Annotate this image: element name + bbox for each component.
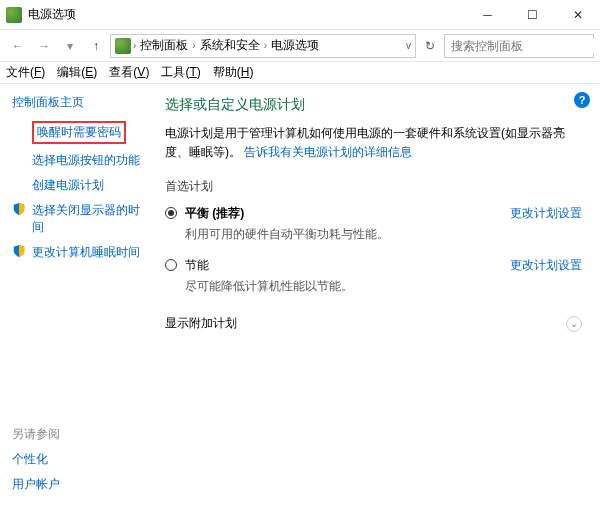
navbar: ← → ▾ ↑ › 控制面板 › 系统和安全 › 电源选项 v ↻ 🔍	[0, 30, 600, 62]
search-input[interactable]	[451, 39, 600, 53]
shield-icon	[12, 152, 26, 166]
back-button[interactable]: ←	[6, 34, 30, 58]
chevron-down-icon[interactable]: ⌄	[566, 316, 582, 332]
plans-container: 平衡 (推荐)利用可用的硬件自动平衡功耗与性能。更改计划设置节能尽可能降低计算机…	[165, 205, 582, 295]
sidebar-item-2[interactable]: 创建电源计划	[12, 177, 143, 194]
tell-me-more-link[interactable]: 告诉我有关电源计划的详细信息	[244, 145, 412, 159]
chevron-right-icon: ›	[133, 40, 136, 51]
sidebar: 控制面板主页 唤醒时需要密码选择电源按钮的功能创建电源计划选择关闭显示器的时间更…	[0, 84, 155, 511]
footer-link-1[interactable]: 用户帐户	[12, 476, 143, 493]
plan-name: 节能	[185, 257, 502, 274]
additional-plans-row[interactable]: 显示附加计划 ⌄	[165, 309, 582, 338]
sidebar-item-3[interactable]: 选择关闭显示器的时间	[12, 202, 143, 236]
chevron-right-icon: ›	[192, 40, 195, 51]
sidebar-link[interactable]: 更改计算机睡眠时间	[32, 244, 140, 261]
breadcrumb-icon	[115, 38, 131, 54]
change-plan-link[interactable]: 更改计划设置	[510, 257, 582, 274]
forward-button: →	[32, 34, 56, 58]
window-title: 电源选项	[28, 6, 465, 23]
page-description: 电源计划是用于管理计算机如何使用电源的一套硬件和系统设置(如显示器亮度、睡眠等)…	[165, 124, 582, 162]
recent-dropdown[interactable]: ▾	[58, 34, 82, 58]
sidebar-home[interactable]: 控制面板主页	[12, 94, 143, 111]
refresh-button[interactable]: ↻	[418, 34, 442, 58]
plan-desc: 利用可用的硬件自动平衡功耗与性能。	[185, 226, 502, 243]
plan-name: 平衡 (推荐)	[185, 205, 502, 222]
sidebar-link[interactable]: 选择关闭显示器的时间	[32, 202, 143, 236]
close-button[interactable]: ✕	[555, 0, 600, 30]
sidebar-link[interactable]: 选择电源按钮的功能	[32, 152, 140, 169]
titlebar: 电源选项 ─ ☐ ✕	[0, 0, 600, 30]
see-also-label: 另请参阅	[12, 426, 143, 443]
sidebar-item-4[interactable]: 更改计算机睡眠时间	[12, 244, 143, 261]
shield-icon	[12, 121, 26, 135]
sidebar-footer: 另请参阅 个性化用户帐户	[12, 426, 143, 501]
footer-links: 个性化用户帐户	[12, 451, 143, 493]
preferred-plans-label: 首选计划	[165, 178, 582, 195]
sidebar-link[interactable]: 创建电源计划	[32, 177, 104, 194]
plan-radio[interactable]	[165, 207, 177, 219]
sidebar-link[interactable]: 唤醒时需要密码	[37, 125, 121, 139]
sidebar-item-1[interactable]: 选择电源按钮的功能	[12, 152, 143, 169]
plan-radio[interactable]	[165, 259, 177, 271]
plan-row-1: 节能尽可能降低计算机性能以节能。更改计划设置	[165, 257, 582, 295]
breadcrumb-item-2[interactable]: 电源选项	[269, 37, 321, 54]
sidebar-list: 唤醒时需要密码选择电源按钮的功能创建电源计划选择关闭显示器的时间更改计算机睡眠时…	[12, 121, 143, 269]
app-icon	[6, 7, 22, 23]
breadcrumb-item-0[interactable]: 控制面板	[138, 37, 190, 54]
shield-icon	[12, 202, 26, 216]
breadcrumb-dropdown-icon[interactable]: v	[406, 40, 411, 51]
footer-link-0[interactable]: 个性化	[12, 451, 143, 468]
plan-row-0: 平衡 (推荐)利用可用的硬件自动平衡功耗与性能。更改计划设置	[165, 205, 582, 243]
menu-t[interactable]: 工具(T)	[161, 64, 200, 81]
main-content: ? 选择或自定义电源计划 电源计划是用于管理计算机如何使用电源的一套硬件和系统设…	[155, 84, 600, 511]
menu-f[interactable]: 文件(F)	[6, 64, 45, 81]
chevron-right-icon: ›	[264, 40, 267, 51]
menu-e[interactable]: 编辑(E)	[57, 64, 97, 81]
search-box[interactable]: 🔍	[444, 34, 594, 58]
menu-v[interactable]: 查看(V)	[109, 64, 149, 81]
menubar: 文件(F)编辑(E)查看(V)工具(T)帮助(H)	[0, 62, 600, 84]
additional-plans-label: 显示附加计划	[165, 315, 237, 332]
page-heading: 选择或自定义电源计划	[165, 96, 582, 114]
menu-h[interactable]: 帮助(H)	[213, 64, 254, 81]
sidebar-item-0[interactable]: 唤醒时需要密码	[12, 121, 143, 144]
breadcrumb[interactable]: › 控制面板 › 系统和安全 › 电源选项 v	[110, 34, 416, 58]
shield-icon	[12, 244, 26, 258]
breadcrumb-item-1[interactable]: 系统和安全	[198, 37, 262, 54]
maximize-button[interactable]: ☐	[510, 0, 555, 30]
up-button[interactable]: ↑	[84, 34, 108, 58]
shield-icon	[12, 177, 26, 191]
minimize-button[interactable]: ─	[465, 0, 510, 30]
change-plan-link[interactable]: 更改计划设置	[510, 205, 582, 222]
plan-desc: 尽可能降低计算机性能以节能。	[185, 278, 502, 295]
help-icon[interactable]: ?	[574, 92, 590, 108]
